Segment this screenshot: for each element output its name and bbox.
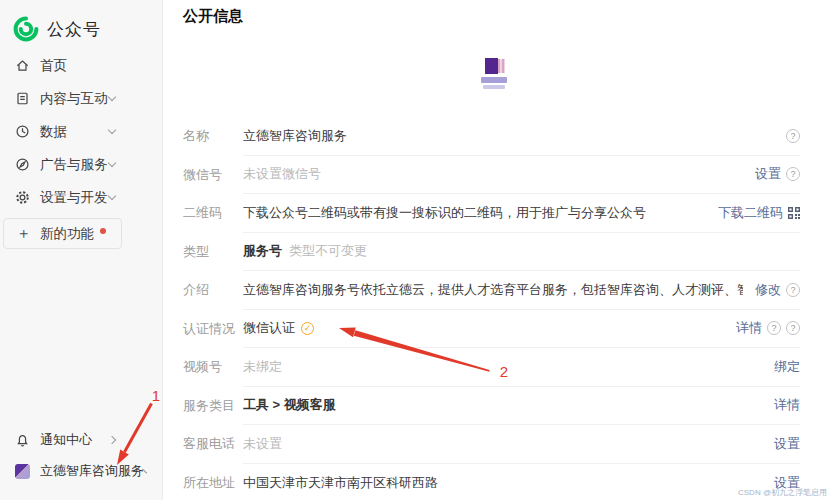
home-icon <box>15 58 30 73</box>
field-body: 立德智库咨询服务 ? <box>243 117 800 156</box>
category-detail-link[interactable]: 详情 <box>774 396 800 414</box>
sidebar-item-data[interactable]: 数据 <box>0 115 163 148</box>
field-label: 类型 <box>183 233 243 272</box>
field-actions: 设置 <box>774 435 800 453</box>
help-icon[interactable]: ? <box>786 283 800 297</box>
verified-badge-icon: ✓ <box>301 322 314 335</box>
account-name-label: 立德智库咨询服务 <box>40 462 144 480</box>
field-label: 所在地址 <box>183 464 243 500</box>
field-label: 二维码 <box>183 194 243 233</box>
field-value: 未设置微信号 <box>243 165 743 183</box>
settings-icon <box>15 190 30 205</box>
notification-center-label: 通知中心 <box>40 431 109 449</box>
field-label: 服务类目 <box>183 387 243 426</box>
help-icon[interactable]: ? <box>767 321 781 335</box>
field-value-text: 服务号 <box>243 242 282 260</box>
watermark: CSDN @初九之浮笔启用 <box>738 487 827 498</box>
field-label: 认证情况 <box>183 310 243 349</box>
chevron-down-icon <box>108 93 116 101</box>
form-row: 服务类目 工具 > 视频客服 详情 <box>183 387 800 426</box>
avatar-shape <box>485 58 498 74</box>
field-label: 名称 <box>183 117 243 156</box>
sidebar-item-label: 首页 <box>40 57 115 75</box>
field-value-text: 未绑定 <box>243 358 282 376</box>
field-value-text: 未设置 <box>243 435 282 453</box>
data-icon <box>15 124 30 139</box>
field-value-text: 下载公众号二维码或带有搜一搜标识的二维码，用于推广与分享公众号 <box>243 204 646 222</box>
field-actions: 设置? <box>755 165 800 183</box>
sidebar-item-label: 设置与开发 <box>40 189 109 207</box>
help-icon[interactable]: ? <box>786 167 800 181</box>
form-row: 所在地址 中国天津市天津市南开区科研西路 设置 <box>183 464 800 500</box>
app-root: { "app": { "logo_text": "公众号" }, "sideba… <box>0 0 830 500</box>
bind-channels-link[interactable]: 绑定 <box>774 358 800 376</box>
field-body: 工具 > 视频客服 详情 <box>243 387 800 426</box>
chevron-down-icon <box>108 159 116 167</box>
field-value-text: 微信认证 <box>243 319 295 337</box>
field-actions: 修改? <box>755 281 800 299</box>
help-icon[interactable]: ? <box>786 321 800 335</box>
new-feature-button[interactable]: ＋ 新的功能 <box>3 218 122 249</box>
content-icon <box>15 91 30 106</box>
field-value-note: 类型不可变更 <box>289 242 367 260</box>
field-body: 下载公众号二维码或带有搜一搜标识的二维码，用于推广与分享公众号 下载二维码 <box>243 194 800 233</box>
avatar-shape <box>481 77 507 83</box>
field-value: 立德智库咨询服务号依托立德云，提供人才选育平台服务，包括智库咨询、人才测评、智能… <box>243 281 743 299</box>
field-value-text: 立德智库咨询服务号依托立德云，提供人才选育平台服务，包括智库咨询、人才测评、智能… <box>243 281 743 299</box>
sidebar-item-label: 数据 <box>40 123 109 141</box>
account-switcher-item[interactable]: 立德智库咨询服务 <box>0 455 163 487</box>
new-feature-label: 新的功能 <box>40 225 94 243</box>
chevron-down-icon <box>108 192 116 200</box>
field-label: 视频号 <box>183 348 243 387</box>
sidebar-item-content[interactable]: 内容与互动 <box>0 82 163 115</box>
logo-text: 公众号 <box>47 18 101 41</box>
field-body: 中国天津市天津市南开区科研西路 设置 <box>243 464 800 500</box>
field-value-text: 工具 > 视频客服 <box>243 396 336 414</box>
logo: 公众号 <box>13 16 101 42</box>
sidebar-item-settings[interactable]: 设置与开发 <box>0 181 163 214</box>
field-actions: 绑定 <box>774 358 800 376</box>
field-value: 工具 > 视频客服 <box>243 396 762 414</box>
download-qrcode-link[interactable]: 下载二维码 <box>718 204 783 222</box>
field-actions: ? <box>786 129 800 143</box>
field-actions: 详情?? <box>736 319 800 337</box>
help-icon[interactable]: ? <box>786 129 800 143</box>
form-row: 认证情况 微信认证✓ 详情?? <box>183 310 800 349</box>
edit-intro-link[interactable]: 修改 <box>755 281 781 299</box>
notification-center-item[interactable]: 通知中心 <box>0 424 163 456</box>
sidebar-item-label: 广告与服务 <box>40 156 109 174</box>
form-row: 视频号 未绑定 绑定 <box>183 348 800 387</box>
form-row: 客服电话 未设置 设置 <box>183 425 800 464</box>
red-dot-badge <box>100 228 106 234</box>
chevron-right-icon <box>108 436 116 444</box>
avatar-shape <box>498 59 505 73</box>
field-body: 未设置 设置 <box>243 425 800 464</box>
sidebar-menu: 首页 内容与互动 数据 <box>0 49 163 214</box>
account-profile-image <box>478 57 510 91</box>
official-account-logo-icon <box>13 16 39 42</box>
field-label: 微信号 <box>183 156 243 195</box>
verification-detail-link[interactable]: 详情 <box>736 319 762 337</box>
set-phone-link[interactable]: 设置 <box>774 435 800 453</box>
ads-icon <box>15 157 30 172</box>
field-label: 介绍 <box>183 271 243 310</box>
page-title: 公开信息 <box>183 7 243 26</box>
field-actions: 详情 <box>774 396 800 414</box>
field-value: 未绑定 <box>243 358 762 376</box>
field-value-text: 立德智库咨询服务 <box>243 127 347 145</box>
field-value: 未设置 <box>243 435 762 453</box>
set-wechat-id-link[interactable]: 设置 <box>755 165 781 183</box>
form-row: 名称 立德智库咨询服务 ? <box>183 117 800 156</box>
sidebar-item-label: 内容与互动 <box>40 90 109 108</box>
sidebar-item-home[interactable]: 首页 <box>0 49 163 82</box>
qrcode-icon[interactable] <box>788 207 800 219</box>
form-row: 介绍 立德智库咨询服务号依托立德云，提供人才选育平台服务，包括智库咨询、人才测评… <box>183 271 800 310</box>
field-body: 未绑定 绑定 <box>243 348 800 387</box>
public-info-form: 名称 立德智库咨询服务 ? 微信号 未设置微信号 设置? 二维码 下载公众号二维… <box>183 117 800 500</box>
field-body: 微信认证✓ 详情?? <box>243 310 800 349</box>
sidebar-item-ads[interactable]: 广告与服务 <box>0 148 163 181</box>
field-value: 微信认证✓ <box>243 319 724 337</box>
field-body: 服务号类型不可变更 <box>243 233 800 272</box>
field-value: 中国天津市天津市南开区科研西路 <box>243 474 762 492</box>
avatar-shape <box>483 85 505 89</box>
